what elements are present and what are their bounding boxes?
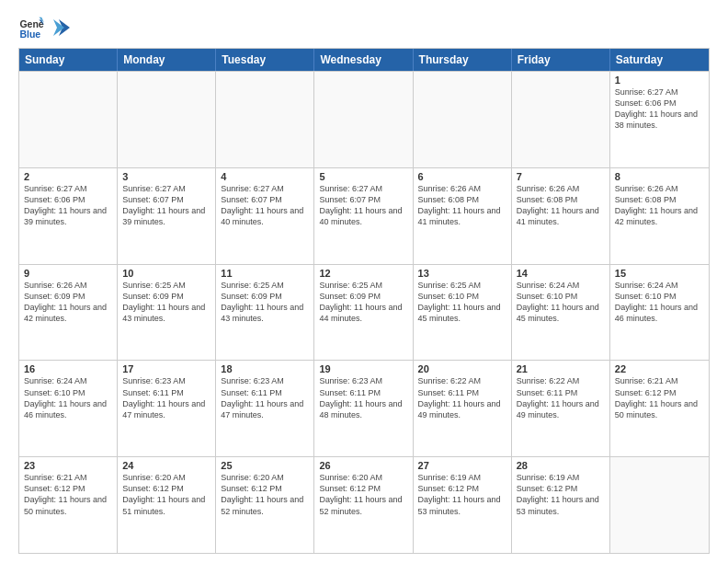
empty-cell [216, 72, 314, 167]
day-cell-23: 23Sunrise: 6:21 AM Sunset: 6:12 PM Dayli… [19, 457, 118, 553]
svg-marker-5 [53, 19, 64, 36]
day-cell-4: 4Sunrise: 6:27 AM Sunset: 6:07 PM Daylig… [216, 168, 314, 264]
day-number: 8 [615, 171, 704, 182]
day-number: 14 [517, 268, 605, 279]
day-number: 9 [24, 268, 112, 279]
svg-text:Blue: Blue [19, 29, 40, 40]
week-row-1: 1Sunrise: 6:27 AM Sunset: 6:06 PM Daylig… [19, 71, 709, 167]
day-info: Sunrise: 6:27 AM Sunset: 6:06 PM Dayligh… [615, 86, 704, 132]
day-number: 3 [122, 171, 210, 182]
day-number: 16 [24, 363, 112, 374]
day-cell-25: 25Sunrise: 6:20 AM Sunset: 6:12 PM Dayli… [216, 457, 314, 553]
day-cell-26: 26Sunrise: 6:20 AM Sunset: 6:12 PM Dayli… [314, 457, 413, 553]
day-cell-3: 3Sunrise: 6:27 AM Sunset: 6:07 PM Daylig… [118, 168, 216, 264]
day-info: Sunrise: 6:25 AM Sunset: 6:09 PM Dayligh… [221, 280, 309, 325]
day-number: 20 [418, 363, 506, 374]
day-info: Sunrise: 6:22 AM Sunset: 6:11 PM Dayligh… [517, 375, 605, 420]
day-cell-12: 12Sunrise: 6:25 AM Sunset: 6:09 PM Dayli… [314, 265, 413, 361]
day-info: Sunrise: 6:23 AM Sunset: 6:11 PM Dayligh… [319, 375, 407, 420]
day-info: Sunrise: 6:19 AM Sunset: 6:12 PM Dayligh… [517, 472, 605, 517]
day-number: 13 [418, 268, 506, 279]
day-number: 5 [319, 171, 407, 182]
day-number: 21 [517, 363, 605, 374]
header-day-tuesday: Tuesday [216, 49, 314, 71]
day-number: 27 [418, 460, 506, 471]
day-cell-15: 15Sunrise: 6:24 AM Sunset: 6:10 PM Dayli… [610, 265, 709, 361]
day-info: Sunrise: 6:26 AM Sunset: 6:08 PM Dayligh… [517, 183, 605, 228]
day-cell-22: 22Sunrise: 6:21 AM Sunset: 6:12 PM Dayli… [610, 361, 709, 456]
header-day-saturday: Saturday [610, 49, 709, 71]
day-info: Sunrise: 6:24 AM Sunset: 6:10 PM Dayligh… [24, 375, 112, 420]
day-info: Sunrise: 6:20 AM Sunset: 6:12 PM Dayligh… [221, 472, 309, 517]
empty-cell [19, 72, 118, 167]
day-cell-5: 5Sunrise: 6:27 AM Sunset: 6:07 PM Daylig… [314, 168, 413, 264]
day-cell-24: 24Sunrise: 6:20 AM Sunset: 6:12 PM Dayli… [118, 457, 216, 553]
day-cell-8: 8Sunrise: 6:26 AM Sunset: 6:08 PM Daylig… [610, 168, 709, 264]
empty-cell [512, 72, 610, 167]
day-info: Sunrise: 6:24 AM Sunset: 6:10 PM Dayligh… [517, 280, 605, 325]
day-cell-2: 2Sunrise: 6:27 AM Sunset: 6:06 PM Daylig… [19, 168, 118, 264]
day-number: 15 [615, 268, 704, 279]
header-day-monday: Monday [118, 49, 216, 71]
day-number: 7 [517, 171, 605, 182]
day-cell-28: 28Sunrise: 6:19 AM Sunset: 6:12 PM Dayli… [512, 457, 610, 553]
day-info: Sunrise: 6:27 AM Sunset: 6:07 PM Dayligh… [319, 183, 407, 228]
day-info: Sunrise: 6:23 AM Sunset: 6:11 PM Dayligh… [122, 375, 210, 420]
week-row-2: 2Sunrise: 6:27 AM Sunset: 6:06 PM Daylig… [19, 167, 709, 264]
day-number: 28 [517, 460, 605, 471]
day-number: 19 [319, 363, 407, 374]
week-row-3: 9Sunrise: 6:26 AM Sunset: 6:09 PM Daylig… [19, 264, 709, 361]
header-day-sunday: Sunday [19, 49, 118, 71]
day-info: Sunrise: 6:26 AM Sunset: 6:09 PM Dayligh… [24, 280, 112, 325]
day-info: Sunrise: 6:24 AM Sunset: 6:10 PM Dayligh… [615, 280, 704, 325]
day-number: 1 [615, 75, 704, 86]
logo-arrow-icon [51, 17, 72, 38]
day-info: Sunrise: 6:26 AM Sunset: 6:08 PM Dayligh… [418, 183, 506, 228]
header: General Blue [18, 15, 710, 40]
day-cell-20: 20Sunrise: 6:22 AM Sunset: 6:11 PM Dayli… [414, 361, 512, 456]
header-day-thursday: Thursday [414, 49, 512, 71]
day-cell-13: 13Sunrise: 6:25 AM Sunset: 6:10 PM Dayli… [414, 265, 512, 361]
calendar: SundayMondayTuesdayWednesdayThursdayFrid… [18, 48, 710, 554]
day-cell-9: 9Sunrise: 6:26 AM Sunset: 6:09 PM Daylig… [19, 265, 118, 361]
empty-cell [414, 72, 512, 167]
day-number: 4 [221, 171, 309, 182]
page: General Blue SundayMondayTuesdayWednesda… [0, 0, 728, 563]
day-info: Sunrise: 6:25 AM Sunset: 6:09 PM Dayligh… [122, 280, 210, 325]
day-info: Sunrise: 6:21 AM Sunset: 6:12 PM Dayligh… [24, 472, 112, 517]
day-info: Sunrise: 6:20 AM Sunset: 6:12 PM Dayligh… [319, 472, 407, 517]
logo-icon: General Blue [18, 15, 44, 40]
day-cell-18: 18Sunrise: 6:23 AM Sunset: 6:11 PM Dayli… [216, 361, 314, 456]
day-number: 17 [122, 363, 210, 374]
day-info: Sunrise: 6:21 AM Sunset: 6:12 PM Dayligh… [615, 375, 704, 420]
calendar-body: 1Sunrise: 6:27 AM Sunset: 6:06 PM Daylig… [19, 71, 709, 553]
day-info: Sunrise: 6:25 AM Sunset: 6:09 PM Dayligh… [319, 280, 407, 325]
day-cell-10: 10Sunrise: 6:25 AM Sunset: 6:09 PM Dayli… [118, 265, 216, 361]
day-number: 25 [221, 460, 309, 471]
empty-cell [118, 72, 216, 167]
day-info: Sunrise: 6:22 AM Sunset: 6:11 PM Dayligh… [418, 375, 506, 420]
day-info: Sunrise: 6:26 AM Sunset: 6:08 PM Dayligh… [615, 183, 704, 228]
day-cell-17: 17Sunrise: 6:23 AM Sunset: 6:11 PM Dayli… [118, 361, 216, 456]
day-number: 23 [24, 460, 112, 471]
week-row-4: 16Sunrise: 6:24 AM Sunset: 6:10 PM Dayli… [19, 360, 709, 456]
empty-cell [610, 457, 709, 553]
day-info: Sunrise: 6:19 AM Sunset: 6:12 PM Dayligh… [418, 472, 506, 517]
day-info: Sunrise: 6:20 AM Sunset: 6:12 PM Dayligh… [122, 472, 210, 517]
calendar-header: SundayMondayTuesdayWednesdayThursdayFrid… [19, 49, 709, 71]
day-cell-19: 19Sunrise: 6:23 AM Sunset: 6:11 PM Dayli… [314, 361, 413, 456]
day-number: 6 [418, 171, 506, 182]
empty-cell [314, 72, 413, 167]
day-cell-14: 14Sunrise: 6:24 AM Sunset: 6:10 PM Dayli… [512, 265, 610, 361]
day-number: 18 [221, 363, 309, 374]
day-info: Sunrise: 6:25 AM Sunset: 6:10 PM Dayligh… [418, 280, 506, 325]
day-cell-6: 6Sunrise: 6:26 AM Sunset: 6:08 PM Daylig… [414, 168, 512, 264]
day-cell-11: 11Sunrise: 6:25 AM Sunset: 6:09 PM Dayli… [216, 265, 314, 361]
day-number: 2 [24, 171, 112, 182]
day-number: 26 [319, 460, 407, 471]
day-info: Sunrise: 6:23 AM Sunset: 6:11 PM Dayligh… [221, 375, 309, 420]
day-number: 10 [122, 268, 210, 279]
logo: General Blue [18, 15, 72, 40]
day-cell-1: 1Sunrise: 6:27 AM Sunset: 6:06 PM Daylig… [610, 72, 709, 167]
day-number: 11 [221, 268, 309, 279]
